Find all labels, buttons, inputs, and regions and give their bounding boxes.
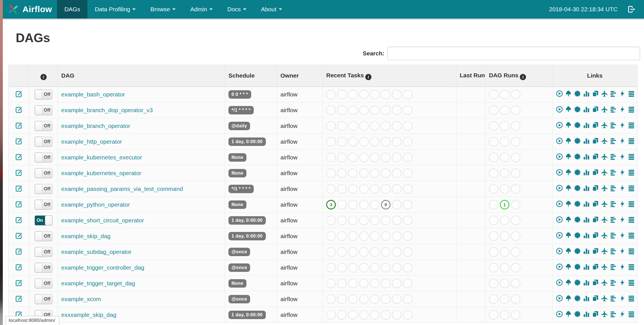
schedule-badge[interactable]: 1 day, 0:00:00 bbox=[228, 137, 266, 146]
bolt-icon[interactable] bbox=[619, 263, 626, 270]
refresh-icon[interactable] bbox=[637, 263, 638, 270]
schedule-badge[interactable]: 0 0 * * * bbox=[228, 90, 251, 99]
dag-name-link[interactable]: example_kubernetes_operator bbox=[61, 170, 141, 176]
edit-dag-icon[interactable] bbox=[15, 106, 23, 113]
refresh-icon[interactable] bbox=[637, 121, 638, 129]
list-icon[interactable] bbox=[628, 247, 635, 255]
schedule-badge[interactable]: @once bbox=[228, 263, 250, 272]
plane-icon[interactable] bbox=[601, 310, 608, 318]
sunburst-icon[interactable] bbox=[574, 232, 581, 239]
dag-name-link[interactable]: example_subdag_operator bbox=[61, 249, 131, 255]
plane-icon[interactable] bbox=[601, 169, 608, 176]
play-circle-icon[interactable] bbox=[556, 295, 563, 302]
bolt-icon[interactable] bbox=[619, 90, 626, 97]
bolt-icon[interactable] bbox=[619, 295, 626, 302]
refresh-icon[interactable] bbox=[637, 232, 638, 239]
task-count-circle-success[interactable]: 3 bbox=[326, 200, 336, 209]
list-icon[interactable] bbox=[628, 200, 635, 207]
sunburst-icon[interactable] bbox=[574, 153, 581, 160]
bolt-icon[interactable] bbox=[619, 153, 626, 160]
sunburst-icon[interactable] bbox=[574, 169, 581, 176]
play-circle-icon[interactable] bbox=[556, 106, 563, 113]
list-icon[interactable] bbox=[628, 137, 635, 145]
list-icon[interactable] bbox=[628, 90, 635, 97]
plane-icon[interactable] bbox=[601, 263, 608, 270]
play-circle-icon[interactable] bbox=[556, 169, 563, 176]
plane-icon[interactable] bbox=[601, 106, 608, 113]
dag-pause-toggle[interactable]: Off bbox=[35, 137, 53, 147]
refresh-icon[interactable] bbox=[637, 216, 638, 223]
bar-chart-icon[interactable] bbox=[583, 232, 590, 239]
sunburst-icon[interactable] bbox=[574, 121, 581, 129]
gantt-icon[interactable] bbox=[610, 279, 617, 286]
dag-name-link[interactable]: example_http_operator bbox=[61, 138, 122, 145]
dag-pause-toggle[interactable]: Off bbox=[35, 184, 53, 194]
nav-item-browse[interactable]: Browse bbox=[143, 0, 183, 19]
gantt-icon[interactable] bbox=[610, 295, 617, 302]
gantt-icon[interactable] bbox=[610, 184, 617, 192]
bar-chart-icon[interactable] bbox=[583, 247, 590, 255]
refresh-icon[interactable] bbox=[637, 184, 638, 192]
edit-dag-icon[interactable] bbox=[15, 200, 23, 208]
dag-pause-toggle[interactable]: Off bbox=[35, 294, 53, 304]
header-last-run[interactable]: Last Runi bbox=[456, 65, 486, 87]
dag-name-link[interactable]: example_trigger_target_dag bbox=[61, 280, 135, 286]
dag-pause-toggle[interactable]: Off bbox=[35, 278, 53, 288]
copy-icon[interactable] bbox=[592, 137, 599, 145]
tree-icon[interactable] bbox=[565, 200, 572, 207]
info-icon[interactable]: i bbox=[40, 74, 47, 80]
tree-icon[interactable] bbox=[565, 279, 572, 286]
schedule-badge[interactable]: */1 * * * * bbox=[228, 106, 254, 114]
tree-icon[interactable] bbox=[565, 263, 572, 270]
refresh-icon[interactable] bbox=[637, 279, 638, 286]
plane-icon[interactable] bbox=[601, 247, 608, 255]
copy-icon[interactable] bbox=[592, 279, 599, 286]
dag-pause-toggle[interactable]: Off bbox=[35, 247, 53, 257]
dag-name-link[interactable]: example_trigger_controller_dag bbox=[61, 264, 144, 271]
bolt-icon[interactable] bbox=[619, 247, 626, 255]
bar-chart-icon[interactable] bbox=[583, 106, 590, 113]
edit-dag-icon[interactable] bbox=[15, 137, 23, 145]
list-icon[interactable] bbox=[628, 153, 635, 160]
list-icon[interactable] bbox=[628, 184, 635, 192]
bolt-icon[interactable] bbox=[619, 137, 626, 145]
dag-name-link[interactable]: example_short_circuit_operator bbox=[61, 217, 144, 224]
header-dag-runs[interactable]: DAG Runsi bbox=[486, 65, 552, 87]
dag-pause-toggle[interactable]: Off bbox=[35, 263, 53, 273]
edit-dag-icon[interactable] bbox=[15, 279, 23, 286]
gantt-icon[interactable] bbox=[610, 310, 617, 318]
list-icon[interactable] bbox=[628, 121, 635, 129]
play-circle-icon[interactable] bbox=[556, 153, 563, 160]
plane-icon[interactable] bbox=[601, 200, 608, 207]
sunburst-icon[interactable] bbox=[574, 200, 581, 207]
list-icon[interactable] bbox=[628, 169, 635, 176]
refresh-icon[interactable] bbox=[637, 200, 638, 207]
dag-pause-toggle[interactable]: Off bbox=[35, 231, 53, 241]
dag-pause-toggle[interactable]: Off bbox=[35, 89, 53, 100]
bolt-icon[interactable] bbox=[619, 200, 626, 207]
gantt-icon[interactable] bbox=[610, 169, 617, 176]
schedule-badge[interactable]: None bbox=[228, 169, 246, 177]
bar-chart-icon[interactable] bbox=[583, 184, 590, 192]
dag-name-link[interactable]: example_branch_dop_operator_v3 bbox=[61, 107, 153, 113]
sunburst-icon[interactable] bbox=[574, 247, 581, 255]
bar-chart-icon[interactable] bbox=[583, 263, 590, 270]
schedule-badge[interactable]: None bbox=[228, 153, 246, 162]
copy-icon[interactable] bbox=[592, 153, 599, 160]
nav-item-docs[interactable]: Docs bbox=[220, 0, 254, 19]
plane-icon[interactable] bbox=[601, 90, 608, 97]
dag-name-link[interactable]: example_xcom bbox=[61, 296, 101, 302]
tree-icon[interactable] bbox=[565, 247, 572, 255]
dag-run-count-circle-running[interactable]: 1 bbox=[500, 200, 509, 209]
play-circle-icon[interactable] bbox=[556, 121, 563, 129]
sign-out-icon[interactable] bbox=[627, 5, 636, 13]
dag-pause-toggle[interactable]: On bbox=[35, 215, 53, 225]
tree-icon[interactable] bbox=[565, 295, 572, 302]
bar-chart-icon[interactable] bbox=[583, 216, 590, 223]
play-circle-icon[interactable] bbox=[556, 263, 563, 270]
edit-dag-icon[interactable] bbox=[15, 169, 23, 176]
play-circle-icon[interactable] bbox=[556, 200, 563, 207]
edit-dag-icon[interactable] bbox=[15, 153, 23, 161]
nav-item-admin[interactable]: Admin bbox=[183, 0, 220, 19]
bar-chart-icon[interactable] bbox=[583, 295, 590, 302]
